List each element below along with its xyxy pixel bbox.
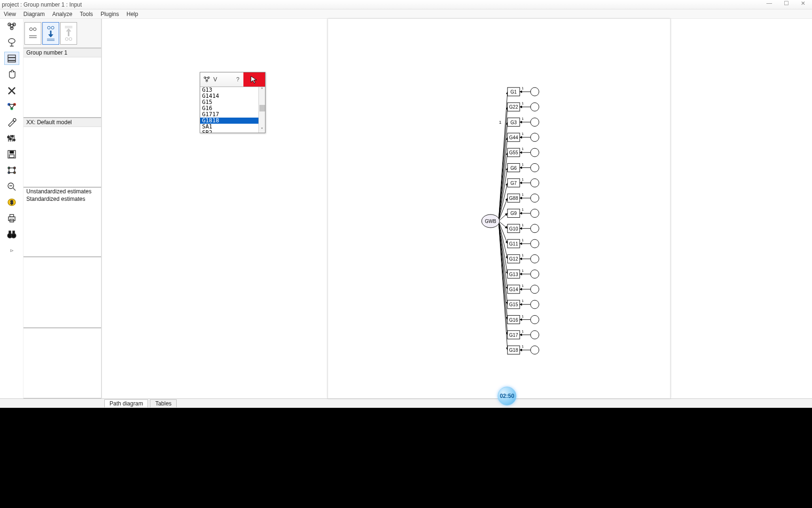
estimates-unstd[interactable]: Unstandardized estimates	[23, 188, 101, 195]
estimates-std[interactable]: Standardized estimates	[23, 195, 101, 203]
svg-text:1: 1	[522, 117, 524, 121]
svg-point-35	[51, 26, 54, 29]
variable-list-item[interactable]: SB2	[200, 130, 265, 133]
tool-graph-icon[interactable]	[4, 164, 19, 177]
tool-observed-icon[interactable]	[4, 52, 19, 65]
svg-text:$: $	[10, 200, 13, 205]
popup-close-button[interactable]	[243, 72, 265, 87]
tool-select-icon[interactable]	[4, 20, 19, 33]
svg-text:G18: G18	[509, 348, 518, 353]
svg-text:G6: G6	[510, 166, 517, 171]
svg-point-66	[531, 148, 539, 157]
svg-text:G88: G88	[509, 196, 518, 201]
svg-text:G55: G55	[509, 150, 518, 155]
view-switcher	[23, 19, 101, 48]
svg-text:1: 1	[522, 192, 524, 197]
svg-rect-17	[10, 151, 14, 153]
tab-tables[interactable]: Tables	[150, 399, 177, 407]
models-panel-body	[23, 127, 101, 174]
svg-text:1: 1	[499, 120, 501, 125]
groups-panel-body	[23, 57, 101, 104]
menu-diagram[interactable]: Diagram	[20, 11, 48, 17]
window-minimize-icon[interactable]: —	[762, 0, 776, 7]
svg-rect-6	[8, 61, 16, 62]
svg-point-138	[531, 331, 539, 339]
svg-point-42	[531, 87, 539, 96]
svg-text:G9: G9	[510, 211, 517, 216]
svg-text:G22: G22	[509, 104, 518, 110]
menu-tools[interactable]: Tools	[76, 11, 97, 17]
timer-text: 02:50	[500, 393, 515, 399]
svg-point-102	[531, 239, 539, 248]
variable-list-popup: V ? G13G1414G15G16G1717G1818SA1SB2 ˄ ˅	[200, 72, 265, 133]
tool-save-icon[interactable]	[4, 148, 19, 161]
menu-analyze[interactable]: Analyze	[48, 11, 76, 17]
view-output-up-btn[interactable]	[60, 22, 77, 45]
svg-text:GWB: GWB	[485, 219, 496, 224]
variable-listbox[interactable]: G13G1414G15G16G1717G1818SA1SB2 ˄ ˅	[200, 87, 265, 133]
svg-point-36	[65, 38, 68, 40]
tool-hand-icon[interactable]	[4, 68, 19, 81]
tool-latent-icon[interactable]	[4, 36, 19, 49]
tab-path-diagram[interactable]: Path diagram	[104, 399, 148, 407]
models-panel-header: XX: Default model	[23, 118, 101, 127]
svg-text:G11: G11	[509, 241, 518, 246]
svg-point-32	[30, 28, 32, 31]
menu-plugins[interactable]: Plugins	[97, 11, 123, 17]
svg-text:1: 1	[522, 177, 524, 182]
empty-panel-1	[23, 257, 101, 327]
menu-help[interactable]: Help	[123, 11, 142, 17]
window-title: project : Group number 1 : Input	[2, 1, 82, 8]
svg-rect-31	[13, 231, 15, 234]
svg-point-144	[531, 346, 539, 354]
svg-text:G15: G15	[509, 302, 518, 307]
svg-line-56	[499, 137, 508, 221]
svg-text:G14: G14	[509, 287, 518, 292]
scroll-up-icon[interactable]: ˄	[261, 87, 263, 93]
svg-text:1: 1	[522, 86, 524, 90]
scroll-thumb[interactable]	[259, 105, 265, 111]
window-close-icon[interactable]: ✕	[796, 0, 810, 7]
side-panels: Group number 1 XX: Default model Unstand…	[23, 19, 101, 398]
svg-line-50	[499, 122, 508, 221]
view-input-btn[interactable]	[24, 22, 41, 45]
popup-help-button[interactable]: ?	[232, 76, 243, 83]
svg-text:G12: G12	[509, 256, 518, 262]
svg-line-110	[499, 221, 508, 274]
tool-print-icon[interactable]	[4, 212, 19, 225]
tool-brush-icon[interactable]	[4, 116, 19, 129]
groups-panel-header: Group number 1	[23, 48, 101, 57]
tool-multigroup-icon[interactable]	[4, 100, 19, 113]
tool-dollar-icon[interactable]: $	[4, 196, 19, 209]
window-maximize-icon[interactable]: ☐	[779, 0, 793, 7]
tool-sliders-icon[interactable]	[4, 132, 19, 145]
svg-text:1: 1	[522, 207, 524, 212]
view-output-down-btn[interactable]	[42, 22, 59, 45]
scroll-down-icon[interactable]: ˅	[261, 127, 263, 133]
tool-expand-icon[interactable]: ⊳	[4, 244, 19, 257]
svg-text:G13: G13	[509, 272, 518, 277]
svg-text:1: 1	[522, 238, 524, 242]
svg-point-60	[531, 133, 539, 142]
svg-line-68	[499, 168, 508, 222]
svg-rect-16	[9, 155, 14, 158]
menu-view[interactable]: View	[0, 11, 20, 17]
svg-text:1: 1	[522, 314, 524, 318]
svg-text:1: 1	[522, 132, 524, 136]
menu-bar: View Diagram Analyze Tools Plugins Help	[0, 9, 812, 19]
tool-zoomout-icon[interactable]	[4, 180, 19, 193]
path-diagram[interactable]: G11G221G31G441G551G61G71G881G91G101G111G…	[328, 19, 671, 398]
svg-point-34	[47, 26, 50, 29]
svg-point-72	[531, 164, 539, 172]
listbox-scrollbar[interactable]: ˄ ˅	[258, 87, 265, 133]
empty-panel-2	[23, 328, 101, 398]
svg-text:G7: G7	[510, 181, 517, 186]
svg-text:G10: G10	[509, 226, 518, 231]
tool-erase-icon[interactable]	[4, 84, 19, 97]
svg-point-132	[531, 316, 539, 324]
svg-rect-14	[13, 139, 15, 141]
window-titlebar: project : Group number 1 : Input — ☐ ✕	[0, 0, 812, 9]
svg-point-126	[531, 300, 539, 309]
tool-binoculars-icon[interactable]	[4, 228, 19, 241]
svg-point-37	[69, 38, 72, 40]
